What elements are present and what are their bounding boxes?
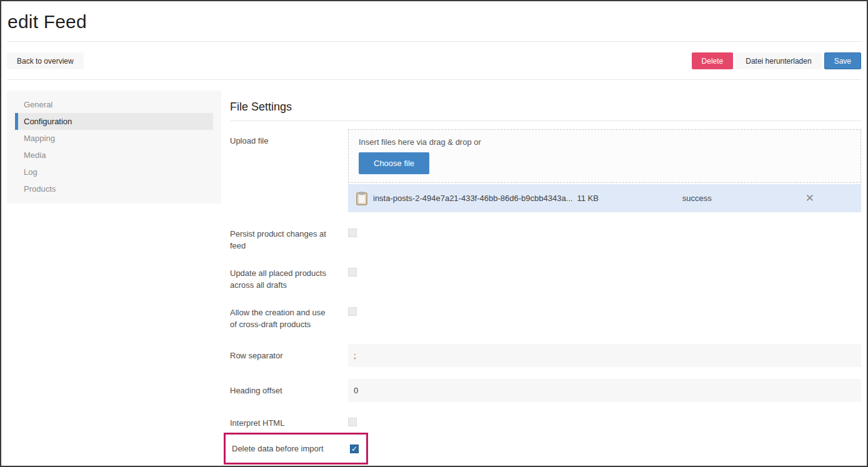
main-panel: File Settings Upload file Insert files h… xyxy=(230,91,861,465)
cross-draft-row: Allow the creation and use of cross-draf… xyxy=(230,307,861,330)
update-all-label: Update all placed products across all dr… xyxy=(230,267,348,291)
uploaded-file-row: insta-posts-2-494e7a21-433f-46bb-86d6-b9… xyxy=(348,184,861,212)
annotation-highlight-box: Delete data before import xyxy=(224,433,368,465)
content: General Configuration Mapping Media Log … xyxy=(7,80,861,465)
cross-draft-checkbox[interactable] xyxy=(348,307,357,316)
upload-dropzone[interactable]: Insert files here via drag & drop or Cho… xyxy=(348,129,861,183)
file-size: 11 KB xyxy=(577,194,598,203)
delete-before-import-checkbox[interactable] xyxy=(350,445,359,453)
heading-offset-label: Heading offset xyxy=(230,385,348,396)
remove-file-icon[interactable]: ✕ xyxy=(806,193,814,204)
upload-file-row: Upload file Insert files here via drag &… xyxy=(230,129,861,212)
interpret-html-label: Interpret HTML xyxy=(230,417,348,429)
heading-offset-input[interactable] xyxy=(348,379,861,402)
dropzone-text: Insert files here via drag & drop or xyxy=(359,137,851,147)
page: edit Feed Back to overview Delete Datei … xyxy=(0,0,868,467)
sidebar-item-general[interactable]: General xyxy=(7,96,221,113)
sidebar-item-mapping[interactable]: Mapping xyxy=(7,130,221,147)
sidebar: General Configuration Mapping Media Log … xyxy=(7,91,221,204)
section-title: File Settings xyxy=(230,101,861,114)
page-title: edit Feed xyxy=(7,1,861,41)
update-all-row: Update all placed products across all dr… xyxy=(230,267,861,291)
sidebar-item-products[interactable]: Products xyxy=(7,180,221,197)
back-to-overview-button[interactable]: Back to overview xyxy=(7,52,84,69)
persist-checkbox[interactable] xyxy=(348,229,357,237)
save-button[interactable]: Save xyxy=(824,52,861,69)
sidebar-item-media[interactable]: Media xyxy=(7,147,221,164)
interpret-html-row: Interpret HTML xyxy=(230,417,861,429)
row-separator-row: Row separator xyxy=(230,344,861,367)
upload-control: Insert files here via drag & drop or Cho… xyxy=(348,129,861,212)
cross-draft-label: Allow the creation and use of cross-draf… xyxy=(230,307,348,330)
heading-offset-row: Heading offset xyxy=(230,379,861,402)
upload-file-label: Upload file xyxy=(230,129,348,147)
section-divider xyxy=(230,120,861,121)
row-separator-input[interactable] xyxy=(348,344,861,367)
persist-row: Persist product changes at feed xyxy=(230,228,861,252)
delete-before-import-row: Delete data before import xyxy=(224,433,861,465)
download-file-button[interactable]: Datei herunterladen xyxy=(736,52,821,69)
file-status: success xyxy=(682,194,712,203)
sidebar-item-log[interactable]: Log xyxy=(7,164,221,180)
delete-before-import-label: Delete data before import xyxy=(232,443,350,455)
sidebar-item-configuration[interactable]: Configuration xyxy=(15,113,213,130)
file-icon xyxy=(356,192,367,205)
persist-label: Persist product changes at feed xyxy=(230,228,348,252)
choose-file-button[interactable]: Choose file xyxy=(359,152,429,174)
delete-button[interactable]: Delete xyxy=(692,52,734,69)
interpret-html-checkbox[interactable] xyxy=(348,418,357,426)
row-separator-label: Row separator xyxy=(230,350,348,361)
toolbar: Back to overview Delete Datei herunterla… xyxy=(7,42,861,79)
update-all-checkbox[interactable] xyxy=(348,268,357,277)
file-name: insta-posts-2-494e7a21-433f-46bb-86d6-b9… xyxy=(373,194,572,203)
